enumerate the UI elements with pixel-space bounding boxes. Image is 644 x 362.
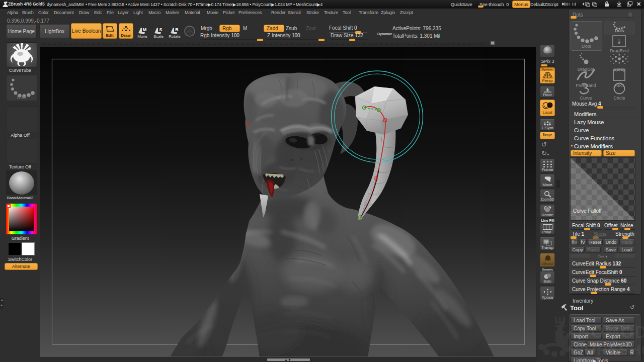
svg-text:Draw: Draw bbox=[121, 33, 131, 38]
svg-text:Edit: Edit bbox=[106, 33, 113, 38]
svg-text:Scale: Scale bbox=[153, 34, 164, 39]
svg-text:Rotate: Rotate bbox=[169, 34, 181, 39]
svg-text:S: S bbox=[159, 27, 162, 32]
svg-text:R: R bbox=[175, 27, 179, 32]
svg-text:Move: Move bbox=[137, 34, 147, 39]
svg-text:M: M bbox=[143, 27, 147, 32]
